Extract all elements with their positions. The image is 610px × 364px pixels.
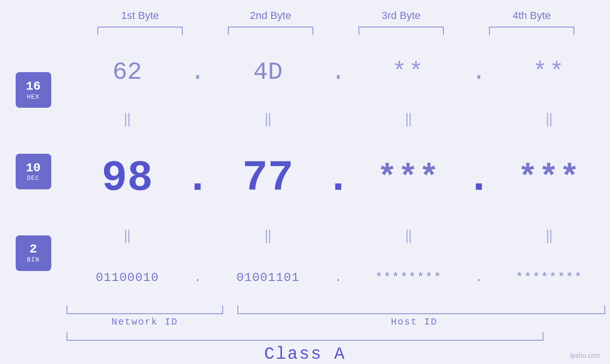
network-bracket [66, 306, 223, 314]
hex-badge-num: 16 [26, 80, 40, 93]
class-label: Class A [0, 345, 610, 364]
hex-b1: 62 [66, 58, 188, 86]
bin-sep-1: . [188, 271, 207, 285]
bottom-brackets [66, 306, 605, 314]
bracket-line-4 [489, 27, 574, 35]
badges-column: 16 HEX 10 DEC 2 BIN [0, 40, 66, 303]
data-grid: 62 . 4D . ** . ** [66, 40, 610, 303]
main-container: 1st Byte 2nd Byte 3rd Byte 4th Byte 16 H… [0, 0, 610, 364]
dec-badge-label: DEC [27, 175, 39, 182]
bin-badge-label: BIN [27, 256, 39, 263]
content-area: 16 HEX 10 DEC 2 BIN 62 . [0, 40, 610, 303]
host-bracket [237, 306, 605, 314]
dec-sep-1: . [188, 154, 207, 203]
bin-b1: 01100010 [66, 271, 188, 285]
bracket-line-1 [97, 27, 183, 35]
eq5: ‖ [66, 230, 188, 243]
top-bracket-2 [206, 27, 336, 35]
eq6: ‖ [207, 230, 328, 243]
bin-b2: 01001101 [207, 271, 328, 285]
dec-b4: *** [488, 159, 610, 197]
hex-sep-3: . [469, 58, 488, 86]
equals-dec-bin: ‖ ‖ ‖ ‖ [66, 230, 610, 243]
dec-b2: 77 [207, 154, 328, 203]
eq7: ‖ [348, 230, 469, 243]
hex-b2: 4D [207, 58, 328, 86]
eq2: ‖ [207, 113, 328, 127]
equals-hex-dec: ‖ ‖ ‖ ‖ [66, 113, 610, 127]
dec-badge: 10 DEC [16, 154, 51, 189]
watermark: ipshu.com [570, 352, 601, 359]
full-bottom-bracket [66, 332, 544, 341]
bin-sep-2: . [329, 271, 348, 285]
top-bracket-4 [467, 27, 597, 35]
hex-sep-2: . [329, 58, 348, 86]
dec-sep-3: . [469, 154, 488, 203]
eq3: ‖ [348, 113, 469, 127]
bin-row: 01100010 . 01001101 . ******** . [66, 271, 610, 285]
hex-b3: ** [348, 58, 469, 86]
eq4: ‖ [488, 113, 610, 127]
dec-row: 98 . 77 . *** . *** [66, 154, 610, 203]
byte-header-1: 1st Byte [75, 9, 206, 22]
dec-b1: 98 [66, 154, 188, 203]
hex-b4: ** [488, 58, 610, 86]
byte-header-3: 3rd Byte [336, 9, 467, 22]
bin-sep-3: . [469, 271, 488, 285]
bin-badge: 2 BIN [16, 235, 51, 271]
byte-header-4: 4th Byte [467, 9, 597, 22]
eq1: ‖ [66, 113, 188, 127]
hex-badge-label: HEX [27, 93, 39, 101]
bracket-line-2 [228, 27, 313, 35]
bracket-gap [223, 306, 237, 314]
bracket-line-3 [358, 27, 444, 35]
dec-b3: *** [348, 159, 469, 197]
bin-b3: ******** [348, 271, 469, 285]
eq8: ‖ [488, 230, 610, 243]
top-bracket-3 [336, 27, 467, 35]
byte-header-2: 2nd Byte [206, 9, 336, 22]
id-labels: Network ID Host ID [66, 317, 605, 327]
top-bracket-1 [75, 27, 206, 35]
dec-badge-num: 10 [26, 161, 40, 175]
host-id-label: Host ID [223, 317, 605, 327]
dec-sep-2: . [329, 154, 348, 203]
hex-badge: 16 HEX [16, 72, 51, 108]
hex-row: 62 . 4D . ** . ** [66, 58, 610, 86]
hex-sep-1: . [188, 58, 207, 86]
network-id-label: Network ID [66, 317, 223, 327]
bottom-section: Network ID Host ID Class A ipshu.com [0, 306, 610, 364]
bin-badge-num: 2 [29, 243, 37, 256]
byte-headers: 1st Byte 2nd Byte 3rd Byte 4th Byte [75, 9, 597, 22]
top-brackets [75, 27, 597, 35]
bin-b4: ******** [488, 271, 610, 285]
